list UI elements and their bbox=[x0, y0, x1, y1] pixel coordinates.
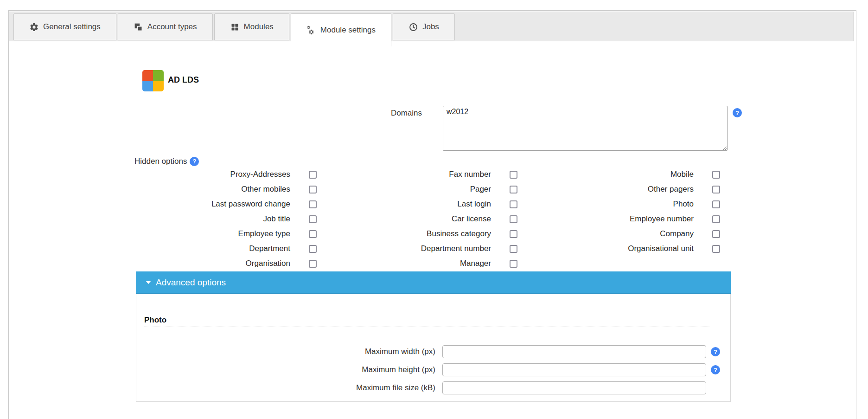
hidden-options-label: Hidden options bbox=[134, 156, 187, 167]
hidden-option-row: Employee type bbox=[137, 226, 335, 241]
checkbox[interactable] bbox=[712, 215, 720, 223]
hidden-option-row: Organisational unit bbox=[533, 241, 731, 256]
checkbox[interactable] bbox=[309, 245, 317, 253]
tab-modules[interactable]: Modules bbox=[214, 13, 289, 40]
checkbox[interactable] bbox=[309, 260, 317, 268]
checkbox[interactable] bbox=[510, 200, 517, 208]
checkbox-label: Mobile bbox=[670, 170, 694, 179]
gears-icon bbox=[306, 26, 316, 35]
max-file-size-label: Maximum file size (kB) bbox=[136, 381, 435, 394]
hidden-option-row: Car license bbox=[335, 212, 533, 226]
checkbox[interactable] bbox=[510, 171, 517, 179]
checkbox[interactable] bbox=[712, 186, 720, 193]
checkbox[interactable] bbox=[510, 186, 517, 193]
hidden-options-column-2: Fax number Pager Last login Car license … bbox=[335, 167, 533, 271]
checkbox-label: Department number bbox=[421, 244, 491, 253]
tab-label: Account types bbox=[147, 22, 197, 32]
checkbox[interactable] bbox=[510, 245, 517, 253]
hidden-option-row: Department bbox=[137, 241, 335, 256]
checkbox-label: Organisation bbox=[246, 259, 290, 268]
tab-list: General settings Account types Modules bbox=[13, 13, 455, 46]
checkbox-label: Other pagers bbox=[648, 185, 694, 194]
microsoft-logo bbox=[142, 70, 164, 91]
hidden-option-row: Last password change bbox=[137, 197, 335, 212]
checkbox-label: Manager bbox=[460, 259, 491, 268]
gear-icon bbox=[29, 22, 39, 32]
checkbox-label: Photo bbox=[673, 200, 694, 209]
hidden-option-row: Photo bbox=[533, 197, 731, 212]
max-width-input[interactable] bbox=[442, 345, 706, 358]
hidden-option-row: Mobile bbox=[533, 167, 731, 182]
max-width-label: Maximum width (px) bbox=[136, 345, 435, 358]
advanced-options-label: Advanced options bbox=[156, 277, 226, 288]
help-icon[interactable]: ? bbox=[733, 108, 742, 117]
help-icon[interactable]: ? bbox=[190, 157, 199, 166]
checkbox[interactable] bbox=[309, 200, 317, 208]
tab-general-settings[interactable]: General settings bbox=[13, 13, 116, 40]
hidden-option-row: Proxy-Addresses bbox=[137, 167, 335, 182]
checkbox-label: Fax number bbox=[449, 170, 491, 179]
max-file-size-input[interactable] bbox=[442, 381, 706, 394]
module-settings-page: General settings Account types Modules bbox=[0, 0, 868, 419]
domains-label: Domains bbox=[278, 107, 422, 120]
checkbox-label: Other mobiles bbox=[241, 185, 290, 194]
hidden-option-row: Other mobiles bbox=[137, 182, 335, 197]
advanced-options-panel: Photo Maximum width (px) ? Maximum heigh… bbox=[136, 294, 731, 402]
tab-jobs[interactable]: Jobs bbox=[393, 13, 455, 40]
max-height-label: Maximum height (px) bbox=[136, 363, 435, 376]
hidden-option-row: Last login bbox=[335, 197, 533, 212]
checkbox-label: Department bbox=[249, 244, 290, 253]
logo-square-green bbox=[153, 70, 164, 81]
checkbox[interactable] bbox=[309, 230, 317, 238]
hidden-option-row: Organisation bbox=[137, 256, 335, 271]
hidden-option-row: Department number bbox=[335, 241, 533, 256]
tab-label: General settings bbox=[43, 22, 101, 32]
checkbox-label: Proxy-Addresses bbox=[230, 170, 290, 179]
checkbox[interactable] bbox=[309, 215, 317, 223]
checkbox[interactable] bbox=[712, 171, 720, 179]
hidden-option-row: Other pagers bbox=[533, 182, 731, 197]
clock-icon bbox=[408, 22, 418, 32]
hidden-options-column-3: Mobile Other pagers Photo Employee numbe… bbox=[533, 167, 731, 271]
hidden-options-row: Hidden options ? bbox=[134, 156, 199, 167]
checkbox[interactable] bbox=[510, 230, 517, 238]
domains-textarea[interactable]: w2012 bbox=[443, 106, 728, 151]
logo-square-yellow bbox=[153, 81, 164, 91]
hidden-options-column-1: Proxy-Addresses Other mobiles Last passw… bbox=[137, 167, 335, 271]
checkbox[interactable] bbox=[309, 186, 317, 193]
hidden-option-row: Business category bbox=[335, 226, 533, 241]
checkbox[interactable] bbox=[712, 245, 720, 253]
tab-module-settings[interactable]: Module settings bbox=[291, 13, 391, 46]
chevron-down-icon bbox=[146, 281, 151, 284]
module-title: AD LDS bbox=[168, 74, 199, 85]
checkbox-label: Car license bbox=[452, 214, 491, 224]
checkbox-label: Company bbox=[660, 229, 694, 239]
hidden-options-grid: Proxy-Addresses Other mobiles Last passw… bbox=[137, 167, 731, 271]
checkbox[interactable] bbox=[510, 260, 517, 268]
checkbox-label: Last password change bbox=[211, 200, 290, 209]
stacked-squares-icon bbox=[134, 22, 143, 32]
hidden-option-row: Fax number bbox=[335, 167, 533, 182]
logo-square-red bbox=[142, 70, 153, 81]
help-icon[interactable]: ? bbox=[711, 347, 720, 356]
tab-label: Modules bbox=[244, 22, 274, 32]
help-icon[interactable]: ? bbox=[711, 365, 720, 374]
tab-label: Module settings bbox=[320, 26, 376, 35]
hidden-option-row: Manager bbox=[335, 256, 533, 271]
checkbox-label: Employee number bbox=[630, 214, 694, 224]
checkbox-label: Employee type bbox=[238, 229, 290, 239]
grid-icon bbox=[230, 22, 240, 32]
logo-square-blue bbox=[142, 81, 153, 91]
checkbox-label: Last login bbox=[457, 200, 491, 209]
checkbox-label: Job title bbox=[263, 214, 290, 224]
advanced-options-header[interactable]: Advanced options bbox=[136, 271, 731, 294]
checkbox-label: Business category bbox=[427, 229, 491, 239]
checkbox[interactable] bbox=[712, 200, 720, 208]
checkbox-label: Pager bbox=[470, 185, 491, 194]
tab-strip: General settings Account types Modules bbox=[9, 12, 854, 41]
checkbox[interactable] bbox=[309, 171, 317, 179]
max-height-input[interactable] bbox=[442, 363, 706, 376]
tab-account-types[interactable]: Account types bbox=[118, 13, 213, 40]
checkbox[interactable] bbox=[712, 230, 720, 238]
checkbox[interactable] bbox=[510, 215, 517, 223]
